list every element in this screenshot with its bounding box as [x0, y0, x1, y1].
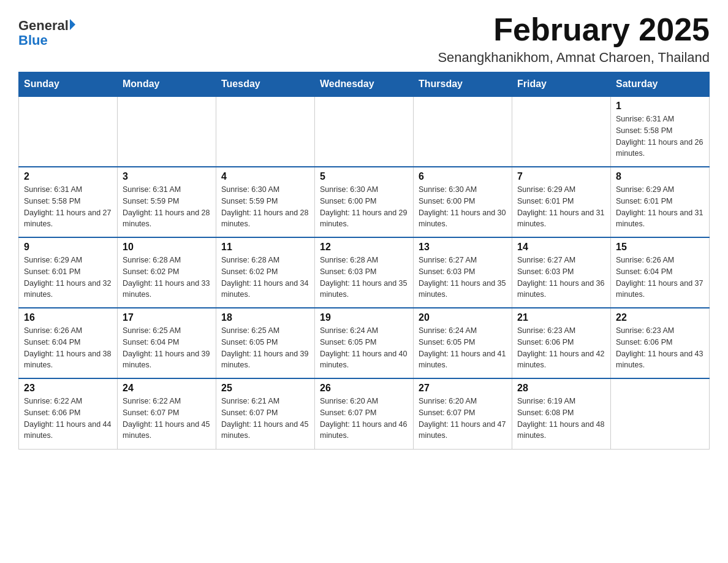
- day-number: 23: [24, 383, 112, 394]
- day-number: 13: [419, 242, 507, 253]
- day-number: 12: [320, 242, 408, 253]
- day-number: 19: [320, 312, 408, 323]
- day-number: 24: [123, 383, 211, 394]
- day-info: Sunrise: 6:26 AMSunset: 6:04 PMDaylight:…: [616, 255, 704, 301]
- day-info: Sunrise: 6:20 AMSunset: 6:07 PMDaylight:…: [419, 396, 507, 442]
- calendar-week-row: 16Sunrise: 6:26 AMSunset: 6:04 PMDayligh…: [19, 308, 710, 378]
- day-number: 8: [616, 171, 704, 182]
- day-number: 18: [221, 312, 309, 323]
- calendar-cell: [611, 378, 710, 449]
- calendar-cell: 25Sunrise: 6:21 AMSunset: 6:07 PMDayligh…: [216, 378, 315, 449]
- day-info: Sunrise: 6:22 AMSunset: 6:07 PMDaylight:…: [123, 396, 211, 442]
- weekday-header-monday: Monday: [118, 72, 216, 97]
- weekday-header-sunday: Sunday: [19, 72, 118, 97]
- calendar-week-row: 1Sunrise: 6:31 AMSunset: 5:58 PMDaylight…: [19, 96, 710, 167]
- logo-blue-text: Blue: [18, 33, 75, 48]
- day-info: Sunrise: 6:26 AMSunset: 6:04 PMDaylight:…: [24, 325, 112, 371]
- day-info: Sunrise: 6:24 AMSunset: 6:05 PMDaylight:…: [419, 325, 507, 371]
- day-info: Sunrise: 6:30 AMSunset: 5:59 PMDaylight:…: [221, 184, 309, 230]
- calendar-table: SundayMondayTuesdayWednesdayThursdayFrid…: [18, 72, 710, 450]
- logo-arrow-icon: [70, 19, 75, 30]
- day-number: 17: [123, 312, 211, 323]
- calendar-cell: [19, 96, 118, 167]
- day-info: Sunrise: 6:27 AMSunset: 6:03 PMDaylight:…: [419, 255, 507, 301]
- calendar-cell: 28Sunrise: 6:19 AMSunset: 6:08 PMDayligh…: [512, 378, 611, 449]
- calendar-cell: [512, 96, 611, 167]
- calendar-cell: [118, 96, 216, 167]
- day-number: 7: [517, 171, 605, 182]
- day-number: 10: [123, 242, 211, 253]
- calendar-cell: 11Sunrise: 6:28 AMSunset: 6:02 PMDayligh…: [216, 237, 315, 308]
- day-number: 26: [320, 383, 408, 394]
- day-number: 1: [616, 101, 704, 112]
- calendar-week-row: 2Sunrise: 6:31 AMSunset: 5:58 PMDaylight…: [19, 167, 710, 237]
- calendar-cell: 10Sunrise: 6:28 AMSunset: 6:02 PMDayligh…: [118, 237, 216, 308]
- calendar-body: 1Sunrise: 6:31 AMSunset: 5:58 PMDaylight…: [19, 96, 710, 449]
- day-info: Sunrise: 6:31 AMSunset: 5:58 PMDaylight:…: [24, 184, 112, 230]
- day-number: 22: [616, 312, 704, 323]
- calendar-cell: 4Sunrise: 6:30 AMSunset: 5:59 PMDaylight…: [216, 167, 315, 237]
- calendar-cell: 9Sunrise: 6:29 AMSunset: 6:01 PMDaylight…: [19, 237, 118, 308]
- day-number: 15: [616, 242, 704, 253]
- day-number: 16: [24, 312, 112, 323]
- day-info: Sunrise: 6:21 AMSunset: 6:07 PMDaylight:…: [221, 396, 309, 442]
- weekday-header-row: SundayMondayTuesdayWednesdayThursdayFrid…: [19, 72, 710, 97]
- calendar-cell: 22Sunrise: 6:23 AMSunset: 6:06 PMDayligh…: [611, 308, 710, 378]
- day-info: Sunrise: 6:30 AMSunset: 6:00 PMDaylight:…: [320, 184, 408, 230]
- calendar-cell: 3Sunrise: 6:31 AMSunset: 5:59 PMDaylight…: [118, 167, 216, 237]
- calendar-cell: 8Sunrise: 6:29 AMSunset: 6:01 PMDaylight…: [611, 167, 710, 237]
- calendar-cell: 16Sunrise: 6:26 AMSunset: 6:04 PMDayligh…: [19, 308, 118, 378]
- logo-general-text: General: [18, 18, 69, 33]
- day-info: Sunrise: 6:22 AMSunset: 6:06 PMDaylight:…: [24, 396, 112, 442]
- calendar-cell: 27Sunrise: 6:20 AMSunset: 6:07 PMDayligh…: [414, 378, 512, 449]
- calendar-cell: 2Sunrise: 6:31 AMSunset: 5:58 PMDaylight…: [19, 167, 118, 237]
- calendar-cell: 23Sunrise: 6:22 AMSunset: 6:06 PMDayligh…: [19, 378, 118, 449]
- day-info: Sunrise: 6:28 AMSunset: 6:02 PMDaylight:…: [123, 255, 211, 301]
- calendar-header: SundayMondayTuesdayWednesdayThursdayFrid…: [19, 72, 710, 97]
- calendar-cell: 17Sunrise: 6:25 AMSunset: 6:04 PMDayligh…: [118, 308, 216, 378]
- calendar-cell: [216, 96, 315, 167]
- day-number: 25: [221, 383, 309, 394]
- calendar-cell: 12Sunrise: 6:28 AMSunset: 6:03 PMDayligh…: [315, 237, 414, 308]
- location-text: Senangkhanikhom, Amnat Charoen, Thailand: [438, 50, 710, 66]
- calendar-cell: 5Sunrise: 6:30 AMSunset: 6:00 PMDaylight…: [315, 167, 414, 237]
- weekday-header-thursday: Thursday: [414, 72, 512, 97]
- day-info: Sunrise: 6:23 AMSunset: 6:06 PMDaylight:…: [517, 325, 605, 371]
- day-number: 11: [221, 242, 309, 253]
- weekday-header-wednesday: Wednesday: [315, 72, 414, 97]
- day-info: Sunrise: 6:27 AMSunset: 6:03 PMDaylight:…: [517, 255, 605, 301]
- calendar-cell: 24Sunrise: 6:22 AMSunset: 6:07 PMDayligh…: [118, 378, 216, 449]
- calendar-cell: 20Sunrise: 6:24 AMSunset: 6:05 PMDayligh…: [414, 308, 512, 378]
- calendar-week-row: 9Sunrise: 6:29 AMSunset: 6:01 PMDaylight…: [19, 237, 710, 308]
- day-info: Sunrise: 6:29 AMSunset: 6:01 PMDaylight:…: [517, 184, 605, 230]
- day-number: 5: [320, 171, 408, 182]
- day-number: 20: [419, 312, 507, 323]
- weekday-header-friday: Friday: [512, 72, 611, 97]
- day-info: Sunrise: 6:28 AMSunset: 6:02 PMDaylight:…: [221, 255, 309, 301]
- calendar-cell: [315, 96, 414, 167]
- calendar-cell: 26Sunrise: 6:20 AMSunset: 6:07 PMDayligh…: [315, 378, 414, 449]
- calendar-cell: 15Sunrise: 6:26 AMSunset: 6:04 PMDayligh…: [611, 237, 710, 308]
- day-number: 4: [221, 171, 309, 182]
- day-number: 3: [123, 171, 211, 182]
- day-info: Sunrise: 6:25 AMSunset: 6:04 PMDaylight:…: [123, 325, 211, 371]
- day-info: Sunrise: 6:29 AMSunset: 6:01 PMDaylight:…: [24, 255, 112, 301]
- day-info: Sunrise: 6:24 AMSunset: 6:05 PMDaylight:…: [320, 325, 408, 371]
- day-number: 21: [517, 312, 605, 323]
- day-info: Sunrise: 6:29 AMSunset: 6:01 PMDaylight:…: [616, 184, 704, 230]
- calendar-cell: 13Sunrise: 6:27 AMSunset: 6:03 PMDayligh…: [414, 237, 512, 308]
- calendar-cell: [414, 96, 512, 167]
- day-info: Sunrise: 6:19 AMSunset: 6:08 PMDaylight:…: [517, 396, 605, 442]
- calendar-cell: 19Sunrise: 6:24 AMSunset: 6:05 PMDayligh…: [315, 308, 414, 378]
- day-number: 28: [517, 383, 605, 394]
- day-info: Sunrise: 6:25 AMSunset: 6:05 PMDaylight:…: [221, 325, 309, 371]
- weekday-header-tuesday: Tuesday: [216, 72, 315, 97]
- title-section: February 2025 Senangkhanikhom, Amnat Cha…: [438, 12, 710, 66]
- calendar-week-row: 23Sunrise: 6:22 AMSunset: 6:06 PMDayligh…: [19, 378, 710, 449]
- day-number: 27: [419, 383, 507, 394]
- day-info: Sunrise: 6:28 AMSunset: 6:03 PMDaylight:…: [320, 255, 408, 301]
- day-number: 6: [419, 171, 507, 182]
- day-number: 14: [517, 242, 605, 253]
- weekday-header-saturday: Saturday: [611, 72, 710, 97]
- calendar-cell: 6Sunrise: 6:30 AMSunset: 6:00 PMDaylight…: [414, 167, 512, 237]
